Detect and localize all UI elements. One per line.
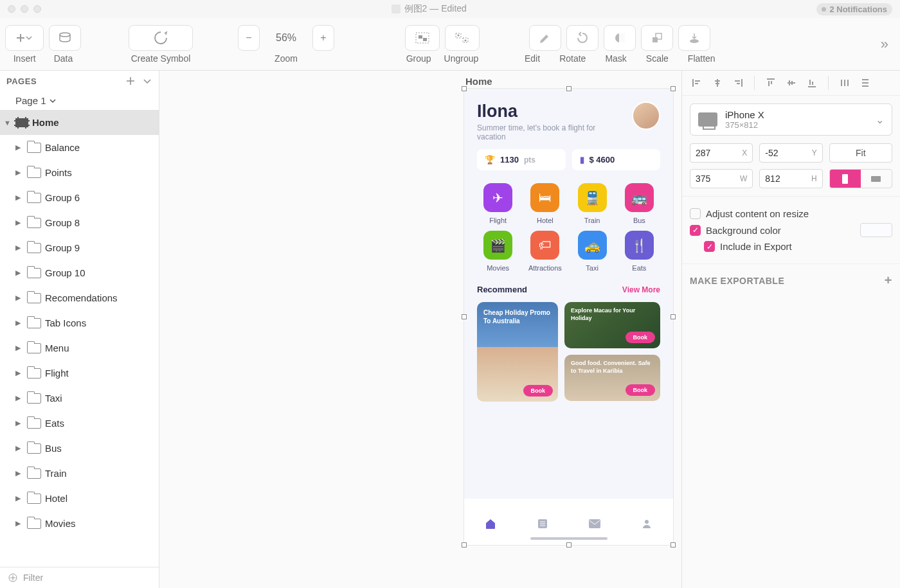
flatten-button[interactable] (678, 25, 710, 51)
page-item[interactable]: Page 1 (0, 91, 159, 110)
disclosure-triangle-icon[interactable]: ▶ (15, 494, 23, 503)
book-button: Book (626, 332, 656, 343)
selection-handle[interactable] (670, 86, 676, 91)
landscape-option[interactable] (861, 170, 892, 188)
layer-item[interactable]: ▶Recomendations (0, 285, 159, 310)
disclosure-triangle-icon[interactable]: ▶ (15, 344, 23, 352)
make-exportable-header[interactable]: MAKE EXPORTABLE + (682, 263, 900, 297)
disclosure-triangle-icon[interactable]: ▶ (15, 369, 23, 377)
x-input[interactable]: 287X (690, 143, 753, 163)
group-button[interactable] (405, 25, 440, 51)
document-icon (392, 4, 401, 13)
layer-item[interactable]: ▶Flight (0, 361, 159, 386)
layer-item[interactable]: ▶Menu (0, 335, 159, 361)
disclosure-triangle-icon[interactable]: ▶ (15, 218, 23, 227)
align-bottom-icon[interactable] (805, 76, 819, 90)
layer-item[interactable]: ▶Movies (0, 511, 159, 536)
align-right-icon[interactable] (731, 76, 745, 90)
fit-button[interactable]: Fit (829, 143, 892, 163)
selection-handle[interactable] (566, 86, 572, 91)
rotate-button[interactable] (566, 25, 598, 51)
background-color-swatch[interactable] (860, 223, 892, 237)
category-icon: 🎬 (483, 231, 512, 260)
artboard-label[interactable]: Home (465, 76, 492, 87)
group-label: Group (406, 53, 431, 64)
disclosure-triangle-icon[interactable]: ▶ (15, 444, 23, 452)
toolbar-overflow[interactable]: » (881, 36, 895, 53)
artboard-home[interactable]: Ilona Summer time, let's book a flight f… (464, 89, 673, 545)
portrait-option[interactable] (830, 170, 861, 188)
disclosure-triangle-icon[interactable]: ▶ (15, 168, 23, 177)
device-selector[interactable]: iPhone X 375×812 ⌄ (690, 103, 892, 136)
disclosure-triangle-icon[interactable]: ▶ (15, 143, 23, 152)
align-left-icon[interactable] (690, 76, 704, 90)
edit-button[interactable] (529, 25, 561, 51)
align-top-icon[interactable] (764, 76, 778, 90)
mask-button[interactable] (604, 25, 636, 51)
layer-item[interactable]: ▶Balance (0, 135, 159, 160)
width-input[interactable]: 375W (690, 169, 753, 188)
svg-rect-2 (419, 35, 422, 39)
disclosure-triangle-icon[interactable]: ▶ (15, 193, 23, 202)
disclosure-triangle-icon[interactable]: ▶ (15, 269, 23, 277)
distribute-h-icon[interactable] (838, 76, 852, 90)
scale-label: Scale (646, 53, 669, 64)
zoom-window[interactable] (33, 5, 41, 13)
adjust-content-checkbox[interactable]: Adjust content on resize (690, 208, 892, 219)
category-hotel: 🛏Hotel (524, 183, 566, 224)
disclosure-triangle-icon[interactable]: ▼ (4, 119, 12, 127)
layer-item[interactable]: ▶Taxi (0, 386, 159, 411)
insert-button[interactable] (5, 25, 44, 51)
artboard-layer-home[interactable]: ▼ Home (0, 110, 159, 135)
layer-item[interactable]: ▶Points (0, 160, 159, 185)
align-center-h-icon[interactable] (710, 76, 724, 90)
filter-bar[interactable]: Filter (0, 567, 159, 588)
selection-handle[interactable] (462, 314, 467, 319)
layer-item[interactable]: ▶Group 9 (0, 235, 159, 260)
create-symbol-button[interactable] (129, 25, 193, 51)
add-page-icon[interactable] (125, 76, 136, 86)
zoom-in-button[interactable]: + (312, 25, 334, 51)
selection-handle[interactable] (670, 314, 676, 319)
folder-icon (27, 418, 41, 429)
pages-chevron-icon[interactable] (142, 76, 152, 86)
layer-item[interactable]: ▶Eats (0, 411, 159, 436)
close-window[interactable] (8, 5, 15, 13)
disclosure-triangle-icon[interactable]: ▶ (15, 419, 23, 427)
include-export-checkbox[interactable]: ✓ Include in Export (704, 241, 892, 252)
disclosure-triangle-icon[interactable]: ▶ (15, 394, 23, 402)
plus-icon[interactable]: + (885, 273, 892, 288)
disclosure-triangle-icon[interactable]: ▶ (15, 294, 23, 302)
layer-item[interactable]: ▶Group 6 (0, 185, 159, 210)
orientation-toggle[interactable] (829, 169, 892, 188)
selection-handle[interactable] (462, 86, 467, 91)
layer-item[interactable]: ▶Train (0, 461, 159, 486)
height-input[interactable]: 812H (759, 169, 822, 188)
disclosure-triangle-icon[interactable]: ▶ (15, 519, 23, 528)
notifications-badge[interactable]: 2 Notifications (816, 3, 892, 15)
selection-handle[interactable] (566, 542, 572, 548)
canvas[interactable]: Home Ilona Summer time, let's book a fli… (159, 71, 681, 588)
scale-button[interactable] (641, 25, 673, 51)
selection-handle[interactable] (462, 542, 467, 548)
layer-item[interactable]: ▶Hotel (0, 486, 159, 511)
zoom-out-button[interactable]: − (238, 25, 260, 51)
layer-item[interactable]: ▶Group 10 (0, 260, 159, 285)
data-button[interactable] (49, 25, 81, 51)
filter-icon (8, 573, 18, 583)
align-center-v-icon[interactable] (784, 76, 798, 90)
zoom-value[interactable]: 56% (265, 25, 307, 51)
background-color-checkbox[interactable]: ✓ Background color (690, 223, 892, 237)
ungroup-button[interactable] (445, 25, 480, 51)
selection-handle[interactable] (670, 542, 676, 548)
layer-item[interactable]: ▶Group 8 (0, 210, 159, 235)
layer-item[interactable]: ▶Tab Icons (0, 310, 159, 335)
minimize-window[interactable] (21, 5, 28, 13)
disclosure-triangle-icon[interactable]: ▶ (15, 244, 23, 252)
disclosure-triangle-icon[interactable]: ▶ (15, 469, 23, 477)
distribute-v-icon[interactable] (858, 76, 872, 90)
window-controls (8, 5, 41, 13)
disclosure-triangle-icon[interactable]: ▶ (15, 319, 23, 327)
layer-item[interactable]: ▶Bus (0, 436, 159, 461)
y-input[interactable]: -52Y (759, 143, 822, 163)
